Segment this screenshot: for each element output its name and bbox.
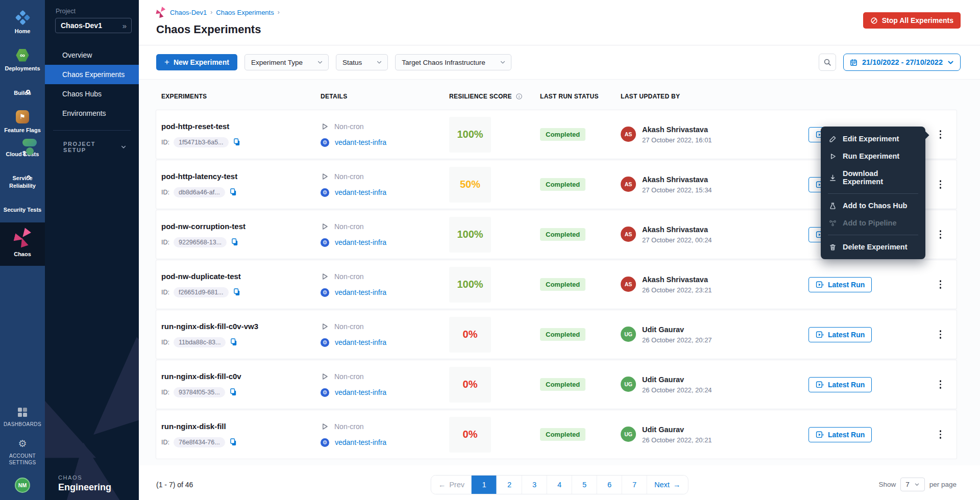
copy-id-icon[interactable]	[229, 438, 237, 446]
page-button-2[interactable]: 2	[497, 476, 522, 494]
nav-rail-item-feature-flags[interactable]: ⚑ Feature Flags	[0, 106, 45, 138]
experiment-name[interactable]: pod-nw-corruption-test	[161, 222, 321, 231]
menu-item-edit-experiment[interactable]: Edit Experiment	[821, 130, 925, 147]
menu-item-delete-experiment[interactable]: Delete Experiment	[821, 238, 925, 256]
column-header-experiments: EXPERIMENTS	[156, 93, 321, 100]
breadcrumb-link-chaos-experiments[interactable]: Chaos Experiments	[216, 9, 274, 16]
nav-rail-item-builds[interactable]: Builds	[0, 82, 45, 101]
breadcrumb-link-chaos-dev1[interactable]: Chaos-Dev1	[170, 9, 207, 16]
breadcrumb-separator: ›	[278, 9, 280, 16]
filter-experiment-type[interactable]: Experiment Type	[244, 54, 329, 70]
sidebar-item-overview[interactable]: Overview	[45, 45, 139, 65]
arrow-left-icon: ←	[438, 481, 446, 489]
menu-item-run-experiment[interactable]: Run Experiment	[821, 147, 925, 165]
nav-rail-item-dashboards[interactable]: DASHBOARDS	[0, 402, 45, 432]
updated-date: 26 October 2022, 20:21	[642, 436, 712, 444]
experiment-name[interactable]: run-nginx-disk-fill-c0v	[161, 372, 321, 381]
latest-run-button[interactable]: Latest Run	[808, 427, 872, 442]
play-icon	[321, 172, 329, 181]
filter-status[interactable]: Status	[336, 54, 388, 70]
sidebar-item-environments[interactable]: Environments	[45, 104, 139, 123]
experiment-id: 11bda88c-83...	[174, 337, 226, 347]
user-avatar[interactable]: NM	[15, 478, 30, 493]
stop-icon	[870, 17, 878, 24]
chevron-down-icon	[947, 59, 954, 66]
filter-target-chaos-infrastructure[interactable]: Target Chaos Infrastructure	[395, 54, 511, 70]
row-menu-kebab[interactable]	[937, 327, 945, 342]
play-icon	[321, 372, 329, 381]
page-button-6[interactable]: 6	[597, 476, 622, 494]
avatar: AS	[621, 177, 636, 192]
project-setup-section[interactable]: PROJECT SETUP	[45, 131, 139, 153]
deployments-icon: ∞	[16, 48, 30, 62]
module-nav-rail: Home ∞ Deployments Builds ⚑ Feature Flag…	[0, 0, 45, 500]
experiment-id: db8d6a46-af...	[174, 187, 225, 197]
actions-cell: Latest Run	[808, 377, 957, 392]
experiment-name[interactable]: pod-nw-duplicate-test	[161, 272, 321, 281]
expand-sidebar-icon[interactable]: »	[122, 22, 127, 30]
account-settings-icon: ⚙	[18, 438, 27, 449]
infrastructure-link[interactable]: vedant-test-infra	[335, 338, 386, 346]
infrastructure-link[interactable]: vedant-test-infra	[335, 138, 386, 146]
page-button-7[interactable]: 7	[622, 476, 647, 494]
sidebar-item-chaos-hubs[interactable]: Chaos Hubs	[45, 84, 139, 104]
page-size-select[interactable]: 7	[900, 478, 925, 491]
avatar: UG	[621, 327, 636, 342]
copy-id-icon[interactable]	[229, 388, 237, 396]
copy-id-icon[interactable]	[233, 138, 241, 146]
experiment-name[interactable]: run-nginx-disk-fill	[161, 422, 321, 431]
row-menu-kebab[interactable]	[937, 177, 945, 192]
menu-item-add-to-chaos-hub[interactable]: Add to Chaos Hub	[821, 197, 925, 214]
new-experiment-label: New Experiment	[174, 58, 229, 66]
row-menu-kebab[interactable]	[937, 227, 945, 242]
infrastructure-link[interactable]: vedant-test-infra	[335, 188, 386, 196]
infrastructure-link[interactable]: vedant-test-infra	[335, 238, 386, 246]
sidebar-item-chaos-experiments[interactable]: Chaos Experiments	[45, 65, 139, 84]
new-experiment-button[interactable]: + New Experiment	[156, 54, 237, 70]
copy-id-icon[interactable]	[233, 288, 241, 296]
nav-rail-item-deployments[interactable]: ∞ Deployments	[0, 44, 45, 77]
copy-id-icon[interactable]	[229, 188, 237, 196]
page-size-value: 7	[905, 481, 910, 488]
experiment-name[interactable]: pod-http-latency-test	[161, 172, 321, 181]
page-button-4[interactable]: 4	[547, 476, 572, 494]
nav-rail-item-security-tests[interactable]: Security Tests	[0, 198, 45, 218]
chaos-module-icon	[156, 8, 165, 17]
row-menu-kebab[interactable]	[937, 377, 945, 392]
page-button-3[interactable]: 3	[522, 476, 547, 494]
status-badge: Completed	[540, 228, 585, 241]
date-range-picker[interactable]: 21/10/2022 - 27/10/2022	[843, 54, 961, 71]
latest-run-button[interactable]: Latest Run	[808, 277, 872, 292]
project-selector[interactable]: Chaos-Dev1 »	[55, 18, 132, 33]
nav-rail-item-chaos[interactable]: Chaos	[0, 222, 45, 265]
row-menu-kebab[interactable]	[937, 127, 945, 142]
page-button-5[interactable]: 5	[572, 476, 597, 494]
nav-rail-item-service-reliability[interactable]: Service Reliability	[0, 167, 45, 194]
play-icon	[321, 322, 329, 331]
page-button-1[interactable]: 1	[472, 476, 497, 494]
latest-run-button[interactable]: Latest Run	[808, 327, 872, 342]
column-header-resilience-score: RESILIENCE SCORE	[449, 93, 540, 100]
row-menu-kebab[interactable]	[937, 427, 945, 442]
infrastructure-link[interactable]: vedant-test-infra	[335, 438, 386, 446]
row-menu-kebab[interactable]	[937, 277, 945, 292]
next-page-button[interactable]: Next →	[647, 476, 688, 494]
nav-rail-item-account-settings[interactable]: ⚙ ACCOUNT SETTINGS	[0, 434, 45, 470]
experiment-name[interactable]: run-nginx-disk-fill-c0v-vw3	[161, 322, 321, 331]
nav-rail-item-cloud-costs[interactable]: $ Cloud Costs	[0, 143, 45, 162]
nav-rail-item-home[interactable]: Home	[0, 6, 45, 39]
actions-cell: Latest Run	[808, 277, 957, 292]
status-badge: Completed	[540, 428, 585, 441]
column-header-details: DETAILS	[321, 93, 449, 100]
copy-id-icon[interactable]	[231, 238, 239, 246]
infrastructure-link[interactable]: vedant-test-infra	[335, 288, 386, 296]
prev-page-button[interactable]: ← Prev	[431, 476, 472, 494]
copy-id-icon[interactable]	[230, 338, 238, 346]
latest-run-button[interactable]: Latest Run	[808, 377, 872, 392]
stop-all-experiments-button[interactable]: Stop All Experiments	[863, 12, 961, 29]
search-button[interactable]	[819, 54, 836, 71]
infrastructure-link[interactable]: vedant-test-infra	[335, 388, 386, 396]
experiment-id: 92296568-13...	[174, 237, 227, 247]
experiment-name[interactable]: pod-http-reset-test	[161, 122, 321, 131]
menu-item-download-experiment[interactable]: Download Experiment	[821, 165, 925, 190]
